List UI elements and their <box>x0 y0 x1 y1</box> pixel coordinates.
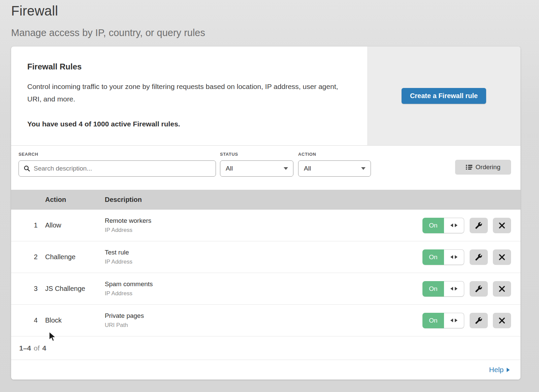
rule-controls: On <box>422 249 511 265</box>
rules-description: Control incoming traffic to your zone by… <box>27 80 347 105</box>
toggle-on-segment[interactable]: On <box>422 313 444 328</box>
rule-match-type: IP Address <box>105 290 422 297</box>
ordering-button-label: Ordering <box>476 163 501 171</box>
status-select-value: All <box>226 165 233 172</box>
toggle-on-segment[interactable]: On <box>422 218 444 233</box>
rule-controls: On <box>422 218 511 233</box>
rule-priority: 4 <box>26 316 45 324</box>
search-input[interactable] <box>34 165 211 172</box>
help-arrow-icon <box>507 368 510 372</box>
rule-enabled-toggle[interactable]: On <box>422 218 464 233</box>
arrow-right-icon <box>455 255 457 259</box>
rule-action: Block <box>45 316 105 324</box>
chevron-down-icon <box>361 167 366 170</box>
toggle-arrows-segment[interactable] <box>444 313 464 328</box>
pagination-of: of <box>34 344 40 352</box>
rule-match-type: IP Address <box>105 227 422 234</box>
page-title: Firewall <box>11 3 528 19</box>
toggle-arrows-segment[interactable] <box>444 249 464 265</box>
delete-rule-button[interactable] <box>493 218 511 233</box>
action-select[interactable]: All <box>298 160 371 177</box>
card-footer: Help <box>11 360 520 380</box>
rule-description: Test rule <box>105 249 422 256</box>
edit-rule-button[interactable] <box>470 313 488 328</box>
rule-match-type: URI Path <box>105 322 422 329</box>
search-label: SEARCH <box>19 152 216 157</box>
rule-match-type: IP Address <box>105 259 422 265</box>
delete-rule-button[interactable] <box>493 313 511 328</box>
rule-action: Challenge <box>45 253 105 261</box>
edit-rule-button[interactable] <box>470 249 488 265</box>
delete-rule-button[interactable] <box>493 249 511 265</box>
search-box[interactable] <box>19 160 216 177</box>
action-filter-group: ACTION All <box>293 152 371 177</box>
rule-action: JS Challenge <box>45 285 105 293</box>
pagination-bar: 1–4 of 4 <box>11 336 520 360</box>
toggle-arrows-segment[interactable] <box>444 218 464 233</box>
rule-priority: 3 <box>26 285 45 293</box>
create-rule-panel: Create a Firewall rule <box>367 47 520 145</box>
delete-rule-button[interactable] <box>493 281 511 297</box>
arrow-right-icon <box>455 223 457 227</box>
arrow-left-icon <box>450 319 453 322</box>
wrench-icon <box>475 285 482 293</box>
close-icon <box>499 254 505 260</box>
toggle-arrows-segment[interactable] <box>444 281 464 297</box>
firewall-page: Firewall Manage access by IP, country, o… <box>0 0 539 380</box>
rule-enabled-toggle[interactable]: On <box>422 249 464 265</box>
action-label: ACTION <box>298 152 371 157</box>
arrow-left-icon <box>450 287 453 291</box>
help-link[interactable]: Help <box>489 366 510 374</box>
ordering-wrap: Ordering <box>455 152 511 175</box>
pagination-range: 1–4 <box>19 344 31 352</box>
arrow-left-icon <box>450 223 453 227</box>
edit-rule-button[interactable] <box>470 281 488 297</box>
rule-priority: 2 <box>26 253 45 261</box>
wrench-icon <box>475 253 482 261</box>
toggle-on-segment[interactable]: On <box>422 249 444 265</box>
status-select[interactable]: All <box>220 160 293 177</box>
rule-enabled-toggle[interactable]: On <box>422 313 464 328</box>
close-icon <box>499 222 505 229</box>
rule-description: Private pages <box>105 312 422 320</box>
search-filter-group: SEARCH <box>19 152 216 177</box>
edit-rule-button[interactable] <box>470 218 488 233</box>
arrow-right-icon <box>455 287 457 291</box>
table-header: Action Description <box>11 190 520 210</box>
wrench-icon <box>475 317 482 324</box>
help-link-label: Help <box>489 366 504 374</box>
page-subtitle: Manage access by IP, country, or query r… <box>11 27 528 38</box>
rule-controls: On <box>422 313 511 328</box>
wrench-icon <box>475 222 482 229</box>
filter-bar: SEARCH STATUS All ACTION <box>11 146 520 190</box>
ordering-button[interactable]: Ordering <box>455 160 511 175</box>
arrow-left-icon <box>450 255 453 259</box>
table-row: 2 Challenge Test rule IP Address On <box>11 241 520 273</box>
create-firewall-rule-button[interactable]: Create a Firewall rule <box>402 88 486 104</box>
rule-action: Allow <box>45 221 105 229</box>
rules-summary-section: Firewall Rules Control incoming traffic … <box>11 47 520 146</box>
action-select-value: All <box>304 165 311 172</box>
rule-description-cell: Remote workers IP Address <box>105 217 422 234</box>
status-filter-group: STATUS All <box>216 152 293 177</box>
rule-enabled-toggle[interactable]: On <box>422 281 464 297</box>
close-icon <box>499 318 505 324</box>
rules-usage-count: You have used 4 of 1000 active Firewall … <box>27 120 347 128</box>
table-row: 3 JS Challenge Spam comments IP Address … <box>11 273 520 305</box>
rule-description-cell: Spam comments IP Address <box>105 280 422 297</box>
table-row: 4 Block Private pages URI Path On <box>11 305 520 336</box>
rules-summary-text: Firewall Rules Control incoming traffic … <box>11 47 367 145</box>
chevron-down-icon <box>284 167 288 170</box>
rule-description: Remote workers <box>105 217 422 224</box>
toggle-on-segment[interactable]: On <box>422 281 444 297</box>
close-icon <box>499 286 505 292</box>
rules-heading: Firewall Rules <box>27 62 347 71</box>
rule-description-cell: Private pages URI Path <box>105 312 422 329</box>
arrow-right-icon <box>455 319 457 322</box>
pagination-total: 4 <box>42 344 46 352</box>
table-row: 1 Allow Remote workers IP Address On <box>11 210 520 241</box>
search-icon <box>24 165 30 172</box>
rule-description: Spam comments <box>105 280 422 288</box>
rule-description-cell: Test rule IP Address <box>105 249 422 265</box>
description-column-header: Description <box>105 196 511 204</box>
